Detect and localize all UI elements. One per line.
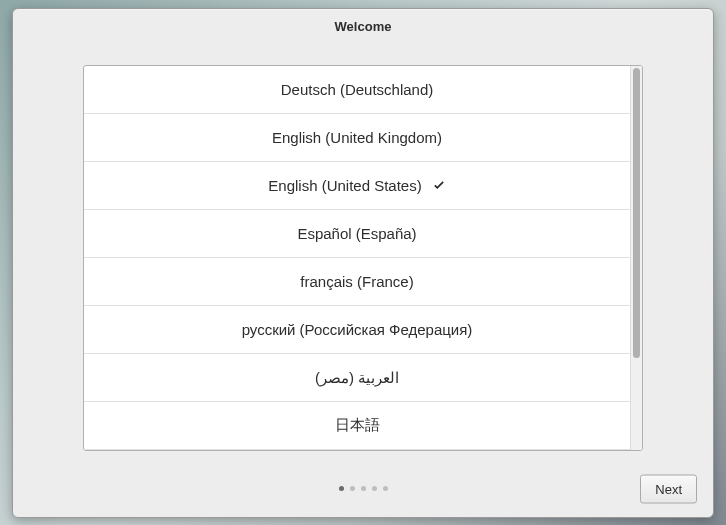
language-item[interactable]: Español (España) (84, 210, 630, 258)
language-item[interactable]: 日本語 (84, 402, 630, 450)
language-item[interactable]: русский (Российская Федерация) (84, 306, 630, 354)
language-label: Deutsch (Deutschland) (281, 81, 434, 98)
check-icon (432, 179, 446, 193)
pagination-dot (350, 486, 355, 491)
language-list-container: Deutsch (Deutschland)English (United Kin… (83, 65, 643, 451)
page-title: Welcome (335, 19, 392, 34)
language-item[interactable]: English (United Kingdom) (84, 114, 630, 162)
header: Welcome (13, 9, 713, 46)
footer: Next (13, 461, 713, 516)
welcome-window: Welcome Deutsch (Deutschland)English (Un… (12, 8, 714, 518)
pagination-dot (383, 486, 388, 491)
language-label: français (France) (300, 273, 413, 290)
pagination-dot (372, 486, 377, 491)
content-area: Deutsch (Deutschland)English (United Kin… (13, 45, 713, 461)
language-label: 日本語 (335, 416, 380, 435)
next-button[interactable]: Next (640, 474, 697, 503)
pagination-dot (339, 486, 344, 491)
language-label: العربية (مصر) (315, 369, 399, 387)
language-label: English (United Kingdom) (272, 129, 442, 146)
language-item[interactable]: العربية (مصر) (84, 354, 630, 402)
scrollbar-thumb[interactable] (633, 68, 640, 358)
language-item[interactable]: English (United States) (84, 162, 630, 210)
pagination-dot (361, 486, 366, 491)
language-item[interactable]: français (France) (84, 258, 630, 306)
scrollbar[interactable] (630, 66, 642, 450)
pagination-dots (339, 486, 388, 491)
language-label: Español (España) (297, 225, 416, 242)
language-item[interactable]: Deutsch (Deutschland) (84, 66, 630, 114)
language-label: русский (Российская Федерация) (242, 321, 473, 338)
language-list: Deutsch (Deutschland)English (United Kin… (84, 66, 630, 450)
language-label: English (United States) (268, 177, 421, 194)
